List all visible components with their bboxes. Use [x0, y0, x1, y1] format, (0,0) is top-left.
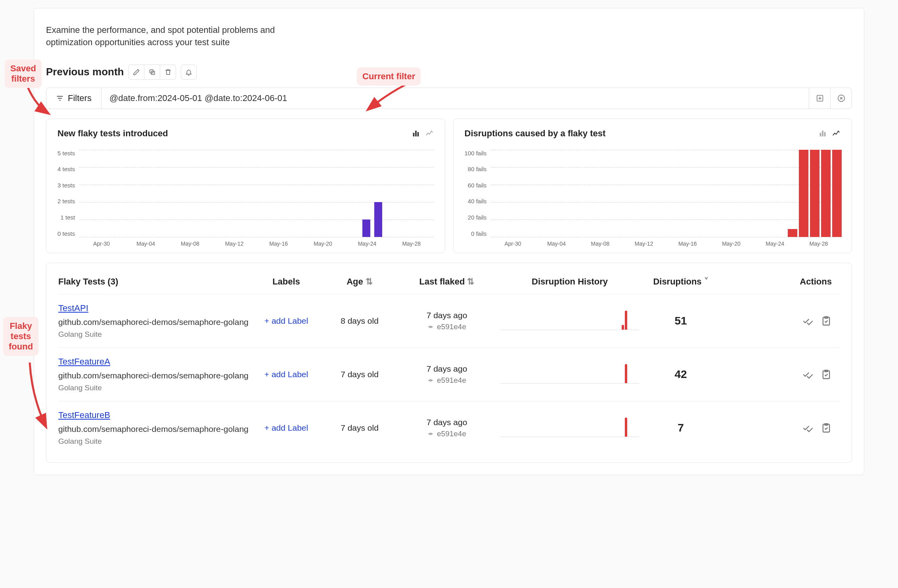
svg-point-17 — [430, 380, 431, 381]
close-circle-icon — [837, 94, 846, 103]
line-chart-icon[interactable] — [832, 129, 841, 138]
history-cell — [498, 363, 641, 386]
svg-rect-10 — [820, 133, 821, 136]
actions-cell — [720, 369, 840, 380]
resolve-button[interactable] — [802, 422, 814, 433]
chart-title: New flaky tests introduced — [57, 128, 168, 139]
copy-button[interactable] — [144, 65, 160, 80]
annotation-flaky-tests-found: Flaky tests found — [3, 317, 38, 356]
last-flaked-cell: 7 days agoe591e4e — [395, 311, 498, 331]
actions-cell — [720, 422, 840, 433]
saved-filter-row: Previous month — [46, 65, 852, 80]
history-cell — [498, 416, 641, 439]
table-row: TestFeatureBgithub.com/semaphoreci-demos… — [58, 401, 840, 454]
chart-yaxis: 100 fails80 fails60 fails40 fails20 fail… — [465, 150, 491, 237]
svg-point-13 — [430, 326, 431, 328]
svg-rect-7 — [413, 133, 414, 136]
history-cell — [498, 309, 641, 332]
clear-filter-button[interactable] — [830, 88, 852, 109]
chart-plot: Apr-30May-04May-08May-12May-16May-20May-… — [79, 150, 433, 245]
clipboard-check-icon — [821, 315, 832, 326]
chevron-down-icon: ˅ — [704, 277, 708, 287]
add-label-link[interactable]: + add Label — [264, 316, 308, 325]
add-label-link[interactable]: + add Label — [264, 370, 308, 379]
col-last-flaked[interactable]: Last flaked⇅ — [395, 277, 498, 287]
chart-bar — [821, 150, 831, 237]
clipboard-check-icon — [821, 369, 832, 380]
annotation-arrow — [24, 361, 56, 432]
test-suite: Golang Suite — [58, 384, 249, 392]
age-cell: 7 days old — [324, 370, 395, 379]
svg-rect-8 — [415, 130, 417, 136]
svg-rect-11 — [822, 130, 823, 136]
chart-plot: Apr-30May-04May-08May-12May-16May-20May-… — [490, 150, 841, 245]
charts-row: New flaky tests introduced5 tests4 tests… — [46, 118, 852, 253]
disruptions-cell: 51 — [641, 315, 720, 327]
trash-icon — [165, 69, 172, 76]
col-disruptions[interactable]: Disruptions˅ — [641, 277, 720, 287]
edit-button[interactable] — [128, 65, 144, 80]
copy-icon — [149, 69, 156, 76]
annotation-arrow — [24, 85, 56, 117]
col-age[interactable]: Age⇅ — [324, 277, 395, 287]
commit-icon — [427, 431, 434, 437]
annotation-current-filter: Current filter — [357, 67, 421, 86]
sort-icon: ⇅ — [467, 277, 474, 287]
age-cell: 7 days old — [324, 423, 395, 433]
ticket-button[interactable] — [821, 422, 832, 433]
table-header-row: Flaky Tests (3) Labels Age⇅ Last flaked⇅… — [58, 267, 840, 294]
annotation-arrow — [365, 81, 412, 113]
chart-view-toggle — [818, 129, 841, 138]
table-row: TestAPIgithub.com/semaphoreci-demos/sema… — [58, 294, 840, 347]
disruptions-cell: 42 — [641, 368, 720, 381]
age-cell: 8 days old — [324, 316, 395, 326]
col-actions: Actions — [720, 277, 840, 287]
delete-button[interactable] — [160, 65, 176, 80]
test-name-link[interactable]: TestAPI — [58, 303, 88, 313]
chart-xaxis: Apr-30May-04May-08May-12May-16May-20May-… — [491, 241, 841, 247]
chart-bar — [799, 150, 808, 237]
add-label-link[interactable]: + add Label — [264, 423, 308, 432]
test-name-link[interactable]: TestFeatureB — [58, 410, 110, 420]
col-labels: Labels — [249, 277, 324, 287]
test-path: github.com/semaphoreci-demos/semaphore-g… — [58, 371, 249, 380]
chart-card: Disruptions caused by a flaky test100 fa… — [453, 118, 852, 253]
chart-bar — [832, 150, 842, 237]
ticket-button[interactable] — [821, 315, 832, 326]
double-check-icon — [802, 422, 814, 433]
bar-chart-icon[interactable] — [818, 129, 827, 138]
actions-cell — [720, 315, 840, 326]
sort-icon: ⇅ — [366, 277, 373, 287]
filter-query-input[interactable] — [101, 88, 809, 109]
last-flaked-cell: 7 days agoe591e4e — [395, 418, 498, 438]
chart-yaxis: 5 tests4 tests3 tests2 tests1 test0 test… — [57, 150, 79, 237]
chart-view-toggle — [412, 129, 434, 138]
test-path: github.com/semaphoreci-demos/semaphore-g… — [58, 317, 249, 327]
double-check-icon — [802, 369, 814, 380]
test-name-link[interactable]: TestFeatureA — [58, 357, 110, 367]
chart-card: New flaky tests introduced5 tests4 tests… — [46, 118, 445, 253]
filters-label: Filters — [68, 93, 92, 103]
test-path: github.com/semaphoreci-demos/semaphore-g… — [58, 424, 249, 434]
clipboard-check-icon — [821, 422, 832, 433]
commit-icon — [427, 324, 434, 330]
ticket-button[interactable] — [821, 369, 832, 380]
saved-filter-toolbar — [128, 65, 176, 80]
save-filter-button[interactable] — [809, 88, 830, 109]
svg-rect-12 — [824, 132, 826, 136]
bar-chart-icon[interactable] — [412, 129, 420, 138]
main-panel: Examine the performance, and spot potent… — [34, 8, 864, 475]
line-chart-icon[interactable] — [425, 129, 434, 138]
resolve-button[interactable] — [802, 369, 814, 380]
chart-bar — [362, 220, 370, 237]
resolve-button[interactable] — [802, 315, 814, 326]
pencil-icon — [133, 69, 140, 76]
annotation-saved-filters: Saved filters — [5, 59, 42, 88]
chart-bar — [810, 150, 819, 237]
bell-icon — [185, 69, 192, 76]
test-suite: Golang Suite — [58, 330, 249, 339]
notify-button[interactable] — [181, 65, 197, 80]
filter-icon — [56, 94, 64, 102]
col-history: Disruption History — [498, 277, 641, 287]
commit-icon — [427, 377, 434, 384]
